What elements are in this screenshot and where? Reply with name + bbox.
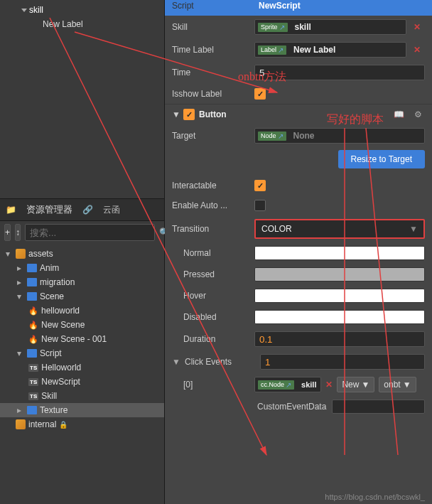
asset-manager-title: 资源管理器 xyxy=(26,203,72,216)
prop-label-timelabel: Time Label xyxy=(172,45,249,55)
help-icon[interactable]: 📖 xyxy=(391,109,407,119)
duration-input[interactable] xyxy=(254,331,425,347)
prop-label-disabled: Disabled xyxy=(172,312,249,322)
event-handler-select[interactable]: onbt▼ xyxy=(379,377,416,392)
label-tag: Label↗ xyxy=(258,45,286,55)
prop-label-skill: Skill xyxy=(172,22,249,32)
time-input[interactable] xyxy=(254,65,425,80)
tree-item-script-newscript[interactable]: TSNewScript xyxy=(0,375,164,389)
folder-icon xyxy=(27,349,37,358)
prop-label-time: Time xyxy=(172,68,249,77)
fire-icon: 🔥 xyxy=(28,321,38,330)
watermark: https://blog.csdn.net/bcswkl_ xyxy=(325,493,425,501)
hierarchy-item-skill[interactable]: skill xyxy=(0,3,164,17)
ts-icon: TS xyxy=(28,392,38,400)
sprite-tag: Sprite↗ xyxy=(258,23,288,32)
disabled-color[interactable] xyxy=(254,310,425,324)
asset-toolbar: + ↕ 🔍 xyxy=(0,221,164,244)
ts-icon: TS xyxy=(28,378,38,386)
tree-item-helloworld[interactable]: 🔥helloworld xyxy=(0,304,164,318)
script-value[interactable]: NewScript xyxy=(254,1,425,11)
tree-item-texture[interactable]: ▸Texture xyxy=(0,403,164,417)
prop-label-event0: [0] xyxy=(172,380,249,390)
asset-icon xyxy=(16,249,26,259)
external-icon: ↗ xyxy=(278,46,284,54)
collapse-icon: ▼ xyxy=(172,109,179,119)
prop-label-isshow: Isshow Label xyxy=(172,89,249,99)
external-icon: ↗ xyxy=(279,23,285,31)
expand-icon xyxy=(21,9,27,12)
dropdown-icon: ▼ xyxy=(403,380,411,390)
normal-color[interactable] xyxy=(254,246,425,260)
folder-icon: 📁 xyxy=(6,205,16,215)
prop-label-clickevents: Click Events xyxy=(185,357,254,367)
button-enabled-checkbox[interactable]: ✓ xyxy=(183,109,195,120)
tab-cloud[interactable]: 云函 xyxy=(103,204,120,216)
customdata-input[interactable] xyxy=(332,400,425,414)
sort-button[interactable]: ↕ xyxy=(15,224,21,241)
asset-icon xyxy=(16,419,26,429)
prop-label-enableauto: Enable Auto ... xyxy=(172,200,249,210)
folder-icon xyxy=(27,278,37,286)
prop-label-hover: Hover xyxy=(172,291,249,301)
prop-label-pressed: Pressed xyxy=(172,269,249,279)
prop-label-normal: Normal xyxy=(172,248,249,258)
tree-item-script-skill[interactable]: TSSkill xyxy=(0,389,164,403)
search-input[interactable] xyxy=(25,224,155,241)
ccnode-tag: cc.Node↗ xyxy=(258,380,294,390)
asset-manager-header: 📁 资源管理器 🔗 云函 xyxy=(0,198,164,221)
enableauto-checkbox[interactable] xyxy=(254,200,266,211)
event-node-ref[interactable]: cc.Node↗ skill xyxy=(254,377,321,392)
resize-to-target-button[interactable]: Resize to Target xyxy=(338,150,426,168)
tree-item-internal[interactable]: internal 🔒 xyxy=(0,417,164,431)
target-ref[interactable]: Node↗ None xyxy=(254,128,425,144)
skill-ref[interactable]: Sprite↗ skill xyxy=(254,19,406,35)
tree-item-script-helloworld[interactable]: TSHelloworld xyxy=(0,360,164,375)
prop-label-customdata: CustomEventData xyxy=(172,402,326,412)
tree-item-script[interactable]: ▾Script xyxy=(0,346,164,360)
dropdown-icon: ▼ xyxy=(409,224,418,234)
asset-tree: ▾assets ▸Anim ▸migration ▾Scene 🔥hellowo… xyxy=(0,244,164,434)
node-tag: Node↗ xyxy=(258,132,286,141)
folder-icon xyxy=(27,406,37,414)
tree-item-scene[interactable]: ▾Scene xyxy=(0,289,164,304)
prop-label-transition: Transition xyxy=(172,224,249,234)
fire-icon: 🔥 xyxy=(28,335,38,344)
tree-item-assets[interactable]: ▾assets xyxy=(0,247,164,261)
timelabel-ref[interactable]: Label↗ New Label xyxy=(254,42,406,58)
clear-timelabel-button[interactable]: ✕ xyxy=(409,45,425,55)
link-icon[interactable]: 🔗 xyxy=(82,205,93,215)
hierarchy-item-newlabel[interactable]: New Label xyxy=(0,17,164,31)
collapse-icon[interactable]: ▼ xyxy=(172,357,179,367)
gear-icon[interactable]: ⚙ xyxy=(411,109,425,119)
tree-item-newscene[interactable]: 🔥New Scene xyxy=(0,318,164,332)
tree-item-anim[interactable]: ▸Anim xyxy=(0,261,164,275)
button-title: Button xyxy=(199,109,387,119)
external-icon: ↗ xyxy=(286,381,291,389)
clickevents-input[interactable] xyxy=(260,354,425,370)
tree-item-migration[interactable]: ▸migration xyxy=(0,275,164,289)
ts-icon: TS xyxy=(28,364,38,372)
interactable-checkbox[interactable]: ✓ xyxy=(254,180,266,191)
prop-label-target: Target xyxy=(172,131,249,141)
isshow-checkbox[interactable]: ✓ xyxy=(254,88,266,100)
prop-label-interactable: Interactable xyxy=(172,181,249,191)
external-icon: ↗ xyxy=(278,132,284,140)
folder-icon xyxy=(27,292,37,301)
lock-icon: 🔒 xyxy=(59,421,68,429)
clear-skill-button[interactable]: ✕ xyxy=(409,22,425,32)
hover-color[interactable] xyxy=(254,289,425,303)
pressed-color[interactable] xyxy=(254,267,425,282)
fire-icon: 🔥 xyxy=(28,306,38,316)
add-button[interactable]: + xyxy=(4,224,11,241)
prop-label-duration: Duration xyxy=(172,334,249,344)
folder-icon xyxy=(27,264,37,272)
button-section-header[interactable]: ▼ ✓ Button 📖 ⚙ xyxy=(165,104,432,124)
transition-select[interactable]: COLOR ▼ xyxy=(254,219,425,239)
event-component-select[interactable]: New▼ xyxy=(337,377,374,392)
prop-label-script: Script xyxy=(172,1,249,11)
clear-event-node-button[interactable]: ✕ xyxy=(325,380,333,390)
dropdown-icon: ▼ xyxy=(361,380,369,390)
tree-item-newscene001[interactable]: 🔥New Scene - 001 xyxy=(0,332,164,346)
